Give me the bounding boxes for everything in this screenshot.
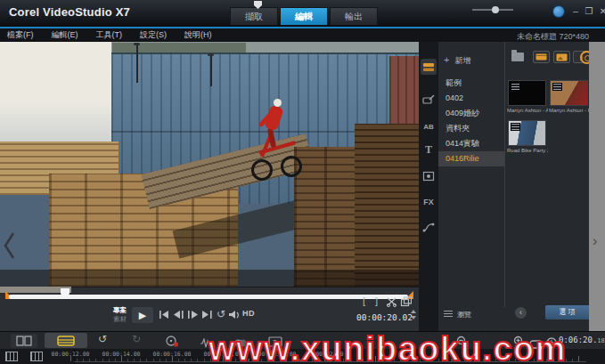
browse-icon <box>444 311 453 318</box>
end-icon[interactable] <box>201 310 213 320</box>
collapse-panel-button[interactable]: ‹ <box>515 307 527 319</box>
video-rider-helmet <box>274 99 282 107</box>
split-scissors-icon[interactable] <box>386 296 397 307</box>
ruler-timestamp: 00:00:14.00 <box>99 351 143 358</box>
motion-path-icon[interactable] <box>421 219 437 235</box>
expand-panel-chevron-icon[interactable]: › <box>593 233 597 249</box>
library-folder-item[interactable]: 資料夾 <box>438 121 504 136</box>
help-globe-icon[interactable] <box>552 5 565 18</box>
videostudio-window: Corel VideoStudio X7 擷取 編輯 輸出 – ❐ ✕ 檔案(F… <box>0 0 605 364</box>
filter-photo-icon[interactable] <box>553 51 570 63</box>
preview-monitor[interactable] <box>0 42 419 287</box>
plus-icon: + <box>444 54 449 65</box>
video-pallet-stack <box>355 124 419 287</box>
video-red-container <box>389 56 419 131</box>
video-lamp-post <box>210 54 212 86</box>
tab-capture[interactable]: 擷取 <box>230 7 278 25</box>
transition-ab-icon[interactable]: AB <box>421 118 437 134</box>
video-bike-wheel <box>281 156 302 177</box>
filter-video-icon[interactable] <box>533 51 550 63</box>
preview-timecode[interactable]: 00:00:20.02 <box>356 308 412 322</box>
library-folder-item[interactable]: 0414實驗 <box>438 136 504 151</box>
clip-caption: Martyn Ashton - Ro... <box>549 108 590 113</box>
graphic-icon[interactable] <box>421 168 437 184</box>
restore-button[interactable]: ❐ <box>584 6 594 16</box>
volume-icon[interactable] <box>228 310 241 320</box>
undo-icon[interactable]: ↺ <box>98 333 107 345</box>
mark-out-button[interactable]: ] <box>375 295 378 306</box>
video-badge-icon <box>511 123 520 131</box>
browse-button[interactable]: 瀏覽 <box>457 310 471 320</box>
play-button[interactable]: ▶ <box>132 307 153 323</box>
tab-edit[interactable]: 編輯 <box>280 7 328 25</box>
track-manager-icon[interactable] <box>5 352 18 361</box>
video-lamp-post <box>136 44 138 83</box>
mark-in-button[interactable]: [ <box>363 295 365 306</box>
menu-edit[interactable]: 編輯(E) <box>52 29 78 41</box>
menu-tools[interactable]: 工具(T) <box>96 29 123 41</box>
instant-project-icon[interactable] <box>421 92 437 108</box>
minimize-button[interactable]: – <box>570 6 581 16</box>
timeline-view-icon[interactable] <box>45 333 87 348</box>
video-badge-icon <box>511 83 520 91</box>
previous-frame-icon[interactable] <box>173 310 184 320</box>
menu-bar: 檔案(F) 編輯(E) 工具(T) 設定(S) 說明(H) <box>0 28 605 42</box>
clip-caption: Martyn Ashton - Am... <box>507 108 548 113</box>
media-icon[interactable] <box>421 59 437 75</box>
clip-thumbnail[interactable] <box>508 120 546 146</box>
track-add-icon[interactable] <box>30 352 43 361</box>
app-title: Corel VideoStudio X7 <box>9 5 130 19</box>
video-sky <box>0 42 123 150</box>
library-folder-item[interactable]: 0409婚紗 <box>438 106 504 121</box>
enlarge-preview-icon[interactable] <box>400 296 412 307</box>
menu-help[interactable]: 說明(H) <box>184 29 212 41</box>
tab-output[interactable]: 輸出 <box>330 7 378 25</box>
menu-settings[interactable]: 設定(S) <box>140 29 167 41</box>
project-mode-toggle[interactable]: 專案 <box>113 307 127 314</box>
close-button[interactable]: ✕ <box>598 6 605 16</box>
video-bike-wheel <box>251 159 273 181</box>
zoom-slider-handle[interactable] <box>492 6 499 13</box>
clip-mode-toggle[interactable]: 素材 <box>113 316 127 323</box>
ruler-timestamp: 00:00:16.00 <box>150 351 194 358</box>
clip-caption: Road Bike Party 2 -... <box>507 148 548 153</box>
storyboard-view-icon[interactable] <box>11 334 37 348</box>
scrubber-bar[interactable] <box>9 295 408 299</box>
repeat-icon[interactable]: ↺ <box>217 308 225 320</box>
options-button[interactable]: 選 項 <box>545 305 589 320</box>
library-folder-item-selected[interactable]: 0416Rilie <box>438 151 504 166</box>
timecode-step-up[interactable] <box>411 310 416 313</box>
next-frame-icon[interactable] <box>187 310 199 320</box>
timecode-step-down[interactable] <box>411 316 416 320</box>
video-badge-icon <box>552 83 562 91</box>
previous-clip-chevron-icon[interactable] <box>3 231 17 261</box>
library-folder-item[interactable]: 0402 <box>438 91 504 106</box>
collapsed-options-panel[interactable] <box>589 42 605 331</box>
folder-icon[interactable] <box>511 53 524 61</box>
redo-icon[interactable]: ↻ <box>132 333 141 345</box>
menu-file[interactable]: 檔案(F) <box>7 29 34 41</box>
add-folder-button[interactable]: +新增 <box>444 54 470 67</box>
watermark: www.xunibaoku.com <box>208 330 567 364</box>
ruler-timestamp: 00:00:12.00 <box>48 351 93 358</box>
hd-preview-toggle[interactable]: HD <box>242 309 255 318</box>
home-icon[interactable] <box>159 310 170 320</box>
title-icon[interactable]: T <box>421 142 437 158</box>
filter-fx-icon[interactable]: FX <box>421 194 437 210</box>
library-folder-item[interactable]: 範例 <box>438 76 504 91</box>
library-nav-strip <box>419 42 438 331</box>
clip-thumbnail[interactable] <box>550 80 588 106</box>
clip-thumbnail[interactable] <box>508 80 546 106</box>
